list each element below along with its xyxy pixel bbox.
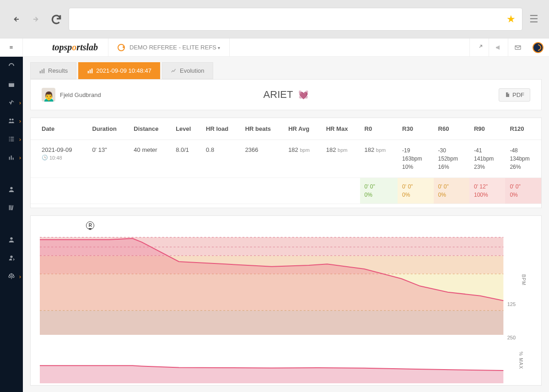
th-date: Date <box>31 118 87 140</box>
cell-r120: -48134bpm26% <box>505 140 541 178</box>
zone-r0: 0' 0"0% <box>360 178 398 204</box>
user-block: Fjeld Gudbrand <box>42 88 101 102</box>
context-label: DEMO REFEREE - ELITE REFS <box>129 44 220 51</box>
sidebar-item-stats[interactable] <box>0 148 23 166</box>
chart1-ylabel: BPM <box>521 274 526 286</box>
pdf-button[interactable]: PDF <box>499 88 530 102</box>
browser-back-button[interactable] <box>8 11 24 27</box>
sidebar-item-profile[interactable] <box>0 180 23 199</box>
cell-r60: -30152bpm16% <box>434 140 469 178</box>
page-title: ARIET 💓 <box>264 89 309 101</box>
svg-rect-17 <box>88 71 89 73</box>
cell-hravg: 182 bpm <box>284 140 322 178</box>
svg-rect-1 <box>9 82 14 83</box>
sidebar <box>0 38 23 392</box>
context-icon <box>118 44 125 51</box>
svg-rect-9 <box>11 205 11 210</box>
svg-point-11 <box>10 237 12 240</box>
sidebar-item-library[interactable] <box>0 199 23 217</box>
th-hrmax: HR Max <box>322 118 360 140</box>
sidebar-item-calendar[interactable] <box>0 75 23 93</box>
data-table-panel: Date Duration Distance Level HR load HR … <box>30 118 542 208</box>
browser-url-bar[interactable]: ★ <box>69 8 522 31</box>
cell-time: 🕓 10:48 <box>42 155 83 161</box>
tab-timestamp[interactable]: 2021-09-09 10:48:47 <box>78 62 160 79</box>
zone-r30: 0' 0"0% <box>398 178 433 204</box>
svg-rect-6 <box>13 158 14 160</box>
th-hrload: HR load <box>201 118 241 140</box>
svg-rect-18 <box>90 70 91 73</box>
cell-distance: 40 meter <box>129 140 171 178</box>
th-hrbeats: HR beats <box>241 118 284 140</box>
cell-r0: 182 bpm <box>360 140 398 178</box>
sidebar-item-activity[interactable] <box>0 93 23 112</box>
svg-rect-8 <box>9 205 10 210</box>
svg-rect-14 <box>40 71 41 73</box>
svg-rect-5 <box>11 156 12 160</box>
sidebar-item-security[interactable] <box>0 249 23 267</box>
cell-date: 2021-09-09 <box>42 146 83 153</box>
browser-reload-button[interactable] <box>48 11 64 27</box>
results-table: Date Duration Distance Level HR load HR … <box>31 118 541 204</box>
browser-chrome: ★ ☰ <box>0 0 549 38</box>
zone-r90: 0' 12"100% <box>469 178 505 204</box>
tabs: Results 2021-09-09 10:48:47 Evolution <box>30 62 542 79</box>
sidebar-item-team[interactable] <box>0 112 23 130</box>
tab-timestamp-label: 2021-09-09 10:48:47 <box>96 67 151 74</box>
expand-icon[interactable] <box>469 38 489 57</box>
cell-hrmax: 182 bpm <box>322 140 360 178</box>
cell-hrload: 0.8 <box>201 140 241 178</box>
pdf-button-label: PDF <box>512 91 524 98</box>
tab-evolution[interactable]: Evolution <box>162 62 213 79</box>
chart-pctmax: % MAX 250 <box>40 338 532 383</box>
th-r60: R60 <box>434 118 469 140</box>
sidebar-item-admin[interactable] <box>0 231 23 249</box>
sidebar-item-list[interactable] <box>0 130 23 148</box>
svg-point-2 <box>9 118 11 120</box>
th-hravg: HR Avg <box>284 118 322 140</box>
th-r120: R120 <box>505 118 541 140</box>
th-r30: R30 <box>398 118 433 140</box>
brand-logo[interactable]: topsportslab <box>46 38 108 56</box>
cell-r30: -19163bpm10% <box>398 140 433 178</box>
svg-point-7 <box>10 187 12 189</box>
th-r90: R90 <box>469 118 505 140</box>
th-duration: Duration <box>87 118 129 140</box>
svg-rect-15 <box>42 70 43 73</box>
mail-icon[interactable] <box>508 38 527 57</box>
browser-forward-button[interactable] <box>28 11 44 27</box>
zone-r60: 0' 0"0% <box>434 178 469 204</box>
zone-r120: 0' 0"0% <box>505 178 541 204</box>
cell-r90: -41141bpm23% <box>469 140 505 178</box>
heartbeat-icon: 💓 <box>298 90 308 100</box>
svg-point-3 <box>12 118 14 120</box>
panel-header: Fjeld Gudbrand ARIET 💓 PDF <box>30 79 542 110</box>
sidebar-item-dashboard[interactable] <box>0 57 23 75</box>
chart-panel: BPM 125R % MAX 250 <box>30 215 542 386</box>
th-level: Level <box>171 118 201 140</box>
cell-level: 8.0/1 <box>171 140 201 178</box>
tab-results-label: Results <box>48 67 68 74</box>
svg-rect-19 <box>92 68 92 73</box>
bookmark-star-icon[interactable]: ★ <box>506 13 516 25</box>
user-avatar-badge[interactable] <box>533 42 544 53</box>
th-distance: Distance <box>129 118 171 140</box>
sidebar-item-balance[interactable] <box>0 267 23 285</box>
chart-bpm: BPM 125R <box>40 225 532 335</box>
svg-rect-4 <box>9 157 10 160</box>
table-row: 2021-09-09 🕓 10:48 0' 13" 40 meter 8.0/1… <box>31 140 541 178</box>
user-avatar-icon <box>42 88 55 102</box>
svg-rect-16 <box>43 68 44 73</box>
hamburger-toggle[interactable]: ≡ <box>0 38 23 57</box>
cell-hrbeats: 2366 <box>241 140 284 178</box>
announce-icon[interactable] <box>489 38 508 57</box>
svg-point-12 <box>10 256 12 258</box>
cell-duration: 0' 13" <box>87 140 129 178</box>
svg-rect-10 <box>11 205 13 210</box>
chart2-ylabel: % MAX <box>518 352 523 369</box>
topbar: topsportslab DEMO REFEREE - ELITE REFS <box>23 38 549 57</box>
context-selector[interactable]: DEMO REFEREE - ELITE REFS <box>108 38 230 56</box>
zone-row: 0' 0"0% 0' 0"0% 0' 0"0% 0' 12"100% <box>31 178 541 204</box>
tab-results[interactable]: Results <box>30 62 76 79</box>
browser-menu-icon[interactable]: ☰ <box>527 13 541 25</box>
